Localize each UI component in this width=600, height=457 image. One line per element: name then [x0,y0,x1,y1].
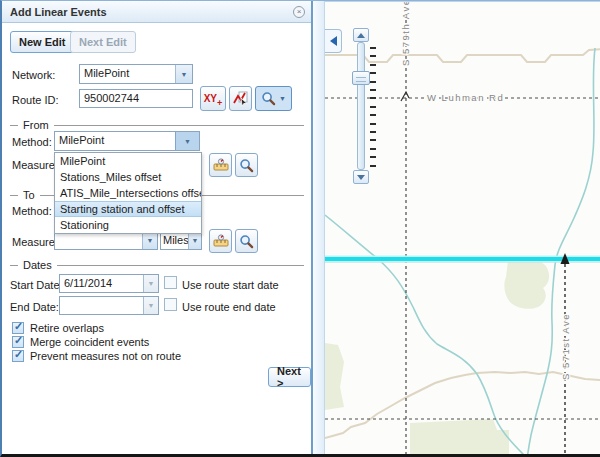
merge-coincident-events-checkbox[interactable]: ✓ [12,336,24,348]
to-measure-value [55,232,142,249]
use-route-end-date-checkbox[interactable] [164,298,177,311]
new-edit-button[interactable]: New Edit [10,31,74,53]
merge-coincident-events-label: Merge coincident events [30,336,149,348]
vegetation-area [325,343,344,410]
from-measure-tool-button[interactable] [209,153,232,177]
from-method-label: Method: [12,136,52,148]
end-date-value [60,297,143,314]
from-measure-label: Measure: [12,159,58,171]
next-button[interactable]: Next > [268,367,311,387]
to-method-label: Method: [12,205,52,217]
xy-icon: XY [204,93,217,104]
network-label: Network: [12,69,55,81]
xy-point-button[interactable]: XY+ [200,86,226,111]
route-id-label: Route ID: [12,94,58,106]
method-dropdown-list: MilePoint Stations_Miles offset ATIS_Mil… [54,152,202,234]
end-date-combobox[interactable]: ▼ [59,296,159,315]
contour-line [325,49,600,62]
check-icon: ✓ [14,334,23,347]
from-method-combobox[interactable]: MilePoint ▼ [54,131,200,151]
dates-group-legend: Dates [10,259,304,271]
select-route-icon [233,91,249,107]
road-label-horizontal: W Luhman Rd [427,92,504,103]
road-intersection-mark [401,92,409,101]
zoom-in-icon [357,33,365,38]
to-measure-label: Measure: [12,236,58,248]
method-option-selected[interactable]: Starting station and offset [55,201,201,217]
search-icon [239,158,254,173]
xy-plus-glyph: + [217,98,222,108]
road-label-vertical: S 571st Ave [560,313,571,380]
collapse-panel-button[interactable] [325,29,342,53]
stream [325,215,527,457]
panel-header: Add Linear Events × [2,1,311,23]
measure-icon [213,233,229,249]
check-icon: ✓ [14,320,23,333]
collapse-arrow-icon [330,36,337,46]
chevron-down-icon[interactable]: ▼ [143,297,158,314]
dates-legend-text: Dates [18,259,57,271]
method-option[interactable]: Stations_Miles offset [55,169,201,185]
add-linear-events-panel: Add Linear Events × New Edit Next Edit N… [2,1,313,454]
road-label-vertical: S 579th Ave [400,2,411,66]
zoom-in-button[interactable] [353,28,369,42]
to-measure-search-button[interactable] [235,229,258,253]
network-value: MilePoint [80,65,175,83]
zoom-slider-ticks [370,47,376,169]
search-icon [239,234,254,249]
network-combobox[interactable]: MilePoint ▼ [79,64,193,84]
panel-splitter[interactable] [313,1,325,454]
use-route-start-date-label: Use route start date [182,279,279,291]
vegetation-area [410,419,509,457]
vegetation-area [504,259,549,309]
chevron-down-icon[interactable]: ▼ [175,132,199,150]
end-date-label: End Date: [10,301,59,313]
close-icon[interactable]: × [293,6,305,18]
prevent-measures-checkbox[interactable]: ✓ [12,350,24,362]
method-option[interactable]: ATIS_Mile_Intersections offset [55,185,201,201]
chevron-down-icon[interactable]: ▼ [188,232,201,249]
chevron-down-icon[interactable]: ▼ [175,65,192,83]
map-viewport[interactable]: S 579th Ave W Luhman Rd S 571st Ave [325,1,600,454]
app-window: Add Linear Events × New Edit Next Edit N… [0,0,600,457]
zoom-out-icon [357,175,365,180]
stream [527,48,595,457]
prevent-measures-label: Prevent measures not on route [30,350,181,362]
method-option[interactable]: Stationing [55,217,201,233]
panel-title: Add Linear Events [10,6,293,18]
chevron-down-icon[interactable]: ▼ [142,232,157,249]
zoom-slider-track[interactable] [357,42,365,170]
units-value: Miles [161,232,188,249]
from-measure-search-button[interactable] [235,153,258,177]
route-id-input[interactable]: 950002744 [79,89,193,108]
search-icon [261,91,276,106]
zoom-out-button[interactable] [353,170,369,184]
use-route-end-date-label: Use route end date [182,301,276,313]
to-measure-tool-button[interactable] [209,229,232,253]
start-date-combobox[interactable]: 6/11/2014 ▼ [59,274,159,293]
from-method-value: MilePoint [55,132,175,150]
select-route-on-map-button[interactable] [229,86,252,111]
check-icon: ✓ [14,348,23,361]
retire-overlaps-label: Retire overlaps [30,322,104,334]
zoom-slider-handle[interactable] [352,71,370,85]
from-group-legend: From [10,119,304,131]
method-option[interactable]: MilePoint [55,153,201,169]
chevron-down-icon: ▼ [279,95,286,102]
start-date-label: Start Date: [10,279,63,291]
to-legend-text: To [18,189,40,201]
next-edit-button: Next Edit [70,31,136,53]
use-route-start-date-checkbox[interactable] [164,276,177,289]
from-legend-text: From [18,119,54,131]
chevron-down-icon[interactable]: ▼ [143,275,158,292]
measure-icon [213,157,229,173]
retire-overlaps-checkbox[interactable]: ✓ [12,322,24,334]
route-search-splitbutton[interactable]: ▼ [255,86,292,111]
start-date-value: 6/11/2014 [60,275,143,292]
